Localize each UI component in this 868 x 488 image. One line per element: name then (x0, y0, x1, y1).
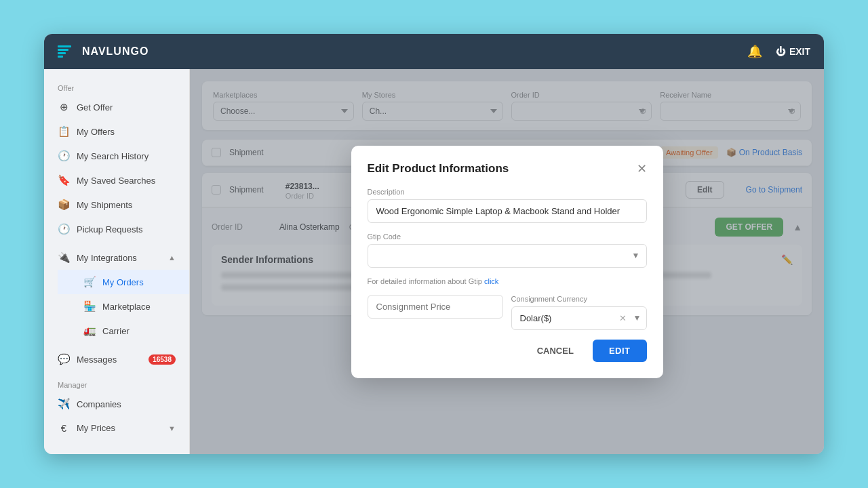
consignment-currency-input[interactable] (511, 306, 647, 330)
bookmark-icon: 🔖 (58, 174, 70, 186)
truck-icon: 🚛 (83, 325, 96, 337)
content-area: Marketplaces Choose... My Stores Ch... O… (190, 69, 824, 454)
messages-badge: 16538 (149, 354, 176, 365)
sidebar-item-my-prices[interactable]: € My Prices ▼ (44, 416, 189, 440)
logo-area: NAVLUNGO (58, 42, 149, 61)
sidebar-item-carrier[interactable]: 🚛 Carrier (58, 319, 189, 343)
cancel-button[interactable]: CANCEL (525, 340, 586, 362)
sidebar: Offer ⊕ Get Offer 📋 My Offers 🕐 My Searc… (44, 69, 190, 454)
modal-overlay: Edit Product Informations ✕ Description … (190, 69, 824, 454)
description-label: Description (368, 188, 647, 196)
logo-bar-4 (58, 56, 63, 58)
consignment-currency-field: Consignment Currency ✕ ▼ (511, 295, 647, 330)
chevron-down-icon: ▼ (168, 424, 176, 432)
pickup-clock-icon: 🕐 (58, 223, 70, 235)
sidebar-item-get-offer[interactable]: ⊕ Get Offer (44, 95, 189, 119)
sidebar-item-search-history[interactable]: 🕐 My Search History (44, 144, 189, 168)
consignment-row: Consignment Currency ✕ ▼ (368, 295, 647, 330)
gtip-click-link[interactable]: click (484, 277, 498, 285)
sidebar-item-my-offers[interactable]: 📋 My Offers (44, 119, 189, 144)
currency-input-wrapper: ✕ ▼ (511, 306, 647, 330)
gtip-select-wrapper: ▼ (368, 244, 647, 268)
app-title: NAVLUNGO (82, 45, 149, 58)
gtip-field: Gtip Code ▼ (368, 232, 647, 268)
logo-bar-2 (58, 49, 68, 51)
clock-icon: 🕐 (58, 150, 70, 162)
integrations-submenu: 🛒 My Orders 🏪 Marketplace 🚛 Carrier (44, 270, 189, 343)
integrations-icon: 🔌 (58, 251, 70, 264)
sidebar-item-pickup-requests[interactable]: 🕐 Pickup Requests (44, 217, 189, 241)
clipboard-icon: 📋 (58, 125, 70, 138)
logo-bar-3 (58, 52, 66, 54)
main-layout: Offer ⊕ Get Offer 📋 My Offers 🕐 My Searc… (44, 69, 824, 454)
logo-bar-1 (58, 45, 71, 47)
sidebar-item-integrations[interactable]: 🔌 My Integrations ▲ (44, 245, 189, 270)
gtip-info: For detailed information about Gtip clic… (368, 277, 647, 285)
store-icon: 🏪 (83, 300, 96, 312)
header-right: 🔔 ⏻ EXIT (747, 44, 810, 59)
offer-section-label: Offer (44, 80, 189, 95)
logo-icon (58, 42, 77, 61)
consignment-price-input[interactable] (368, 295, 503, 319)
consignment-currency-label: Consignment Currency (511, 295, 647, 303)
box-icon: 📦 (58, 199, 70, 211)
modal-header: Edit Product Informations ✕ (368, 162, 647, 176)
sidebar-item-shipments[interactable]: 📦 My Shipments (44, 192, 189, 217)
app-window: NAVLUNGO 🔔 ⏻ EXIT Offer ⊕ Get Offer 📋 My… (44, 34, 824, 454)
header: NAVLUNGO 🔔 ⏻ EXIT (44, 34, 824, 69)
gtip-label: Gtip Code (368, 232, 647, 241)
modal-close-button[interactable]: ✕ (637, 163, 647, 175)
exit-button[interactable]: ⏻ EXIT (776, 46, 810, 57)
edit-product-modal: Edit Product Informations ✕ Description … (351, 146, 663, 378)
modal-title: Edit Product Informations (368, 162, 509, 176)
modal-edit-button[interactable]: EDIT (593, 340, 647, 362)
currency-clear-icon[interactable]: ✕ (619, 313, 627, 323)
description-input[interactable] (368, 199, 647, 223)
chevron-up-icon: ▲ (168, 253, 176, 262)
description-field: Description (368, 188, 647, 223)
sidebar-item-marketplace[interactable]: 🏪 Marketplace (58, 294, 189, 319)
plane-icon: ✈️ (58, 398, 70, 410)
exit-icon: ⏻ (776, 46, 785, 57)
sidebar-item-saved-searches[interactable]: 🔖 My Saved Searches (44, 168, 189, 192)
plus-circle-icon: ⊕ (58, 101, 70, 113)
messages-icon: 💬 (58, 353, 70, 365)
sidebar-item-companies[interactable]: ✈️ Companies (44, 392, 189, 416)
bell-icon[interactable]: 🔔 (747, 44, 762, 59)
modal-actions: CANCEL EDIT (368, 340, 647, 362)
sidebar-item-messages[interactable]: 💬 Messages 16538 (44, 347, 189, 371)
manager-section-label: Manager (44, 377, 189, 392)
euro-icon: € (58, 422, 70, 434)
cart-icon: 🛒 (83, 276, 96, 288)
sidebar-item-my-orders[interactable]: 🛒 My Orders (58, 270, 189, 294)
gtip-select[interactable] (368, 244, 647, 268)
consignment-price-field (368, 295, 503, 330)
